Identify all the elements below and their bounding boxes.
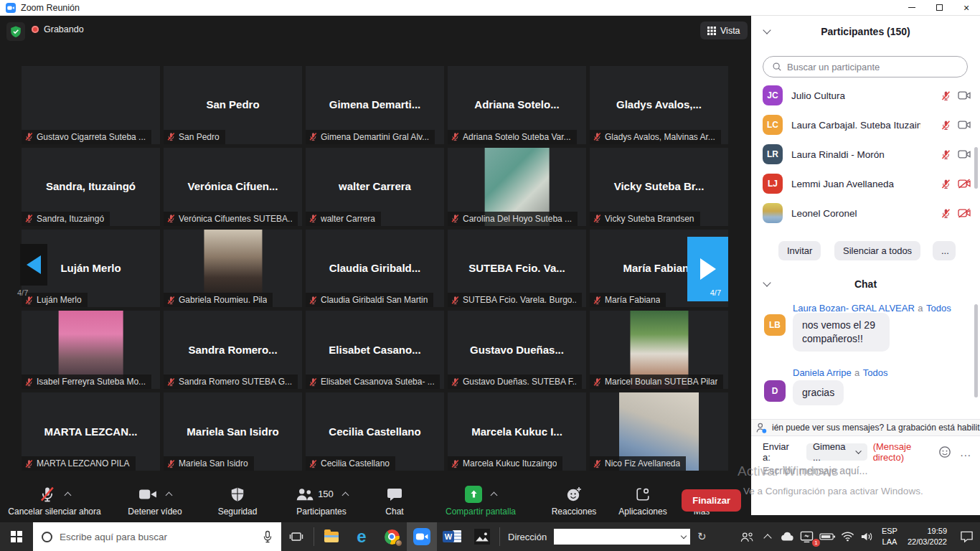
toolbar-label: Detener vídeo	[128, 507, 182, 517]
mic-off-icon	[593, 132, 602, 141]
avatar-photo	[763, 203, 783, 223]
reactions-button[interactable]: Reacciones	[541, 479, 607, 522]
file-explorer-button[interactable]	[316, 522, 347, 551]
task-view-button[interactable]	[281, 522, 311, 551]
photos-button[interactable]	[467, 522, 497, 551]
maximize-button[interactable]	[925, 0, 953, 16]
video-tile[interactable]: Nico Fiz Avellaneda	[590, 392, 728, 471]
edge-button[interactable]: e	[347, 522, 377, 551]
address-input[interactable]	[557, 532, 676, 542]
start-button[interactable]	[0, 522, 33, 551]
video-tile[interactable]: San PedroSan Pedro	[164, 66, 302, 144]
participant-row[interactable]: JC Julio Cultura	[763, 85, 971, 106]
view-button[interactable]: Vista	[700, 22, 748, 39]
close-button[interactable]: ×	[953, 0, 980, 16]
end-meeting-button[interactable]: Finalizar	[682, 489, 741, 512]
video-tile[interactable]: Vicky Suteba Br...Vicky Suteba Brandsen	[590, 148, 728, 226]
chrome-button[interactable]	[377, 522, 407, 551]
minimize-button[interactable]	[898, 0, 925, 16]
video-tile[interactable]: Adriana Sotelo...Adriana Sotelo Suteba V…	[448, 66, 586, 144]
participant-row[interactable]: LR Laura Rinaldi - Morón	[763, 143, 971, 165]
security-button[interactable]: Seguridad	[201, 479, 274, 522]
tray-chevron-up-icon[interactable]	[758, 522, 777, 551]
video-tile[interactable]: Sandra, ItuzaingóSandra, Ituzaingó	[22, 148, 160, 226]
taskbar-search-input[interactable]	[60, 532, 232, 542]
send-to-dropdown[interactable]: Gimena ...	[806, 443, 867, 461]
invite-button[interactable]: Invitar	[778, 241, 821, 260]
chat-recipient[interactable]: Todos	[863, 367, 888, 378]
video-tile[interactable]: Gladys Avalos,...Gladys Avalos, Malvinas…	[590, 66, 728, 144]
tile-nameplate: Cecilia Castellano	[306, 456, 395, 471]
word-button[interactable]: W	[437, 522, 467, 551]
participant-row[interactable]: LJ Lemmi Juan Avellaneda	[763, 173, 971, 194]
video-tile[interactable]: Claudia Giribald...Claudia Giribaldi San…	[306, 230, 444, 308]
person-privacy-icon	[755, 422, 768, 434]
apps-button[interactable]: Aplicaciones	[607, 479, 679, 522]
toolbar-label: Seguridad	[218, 507, 258, 517]
chat-sender[interactable]: Daniela Arripe	[793, 367, 852, 378]
chevron-up-icon[interactable]	[166, 492, 173, 499]
search-mic-icon[interactable]	[263, 530, 273, 543]
sync-display-icon[interactable]: 1	[797, 522, 817, 551]
mute-all-button[interactable]: Silenciar a todos	[834, 241, 920, 260]
video-tile[interactable]: Gustavo Cigarreta Suteba ...	[22, 66, 160, 144]
participant-search[interactable]	[763, 56, 968, 77]
participant-row[interactable]: LC Laura Carbajal. Suteba Ituzaingó	[763, 114, 971, 136]
taskbar-clock[interactable]: 19:5922/03/2022	[902, 526, 953, 547]
video-tile[interactable]: Gustavo Dueñas...Gustavo Dueñas. SUTEBA …	[448, 311, 586, 389]
participants-button[interactable]: 150 Participantes	[274, 479, 369, 522]
video-tile[interactable]: Sandra Romero...Sandra Romero SUTEBA G..…	[164, 311, 302, 389]
video-tile[interactable]: Mariela San IsidroMariela San Isidro	[164, 392, 302, 471]
video-tile[interactable]: walter Carrerawalter Carrera	[306, 148, 444, 226]
meeting-info-button[interactable]	[6, 22, 25, 41]
video-tile[interactable]: Elisabet Casano...Elisabet Casanova Sute…	[306, 311, 444, 389]
video-tile[interactable]: Isabel Ferreyra Suteba Mo...	[22, 311, 160, 389]
video-tile[interactable]: Gimena Demarti...Gimena Demartini Gral A…	[306, 66, 444, 144]
video-tile[interactable]: Verónica Cifuen...Verónica Cifuentes SUT…	[164, 148, 302, 226]
video-tile[interactable]: Maricel Boulan SUTEBA Pilar	[590, 311, 728, 389]
chevron-up-icon[interactable]	[341, 492, 349, 499]
chat-separator: a	[854, 367, 859, 378]
language-indicator[interactable]: ESPLAA	[877, 526, 902, 547]
contacts-button[interactable]	[735, 522, 758, 551]
video-tile[interactable]: Cecilia CastellanoCecilia Castellano	[306, 392, 444, 471]
taskbar-search[interactable]	[33, 522, 281, 551]
volume-icon[interactable]	[857, 522, 877, 551]
chevron-down-icon[interactable]	[681, 533, 687, 539]
video-tile[interactable]: SUTEBA Fcio. Va...SUTEBA Fcio. Varela. B…	[448, 230, 586, 308]
participants-scrollbar[interactable]	[974, 147, 978, 189]
mic-off-icon	[24, 132, 34, 141]
participant-row[interactable]: Leonel Coronel	[763, 202, 971, 224]
address-go-button[interactable]: ↻	[693, 528, 710, 545]
zoom-app-button[interactable]	[407, 522, 437, 551]
stop-video-button[interactable]: Detener vídeo	[109, 479, 201, 522]
action-center-button[interactable]	[953, 522, 980, 551]
prev-page-button[interactable]	[20, 244, 47, 286]
wifi-icon[interactable]	[839, 522, 857, 551]
address-bar[interactable]	[554, 529, 690, 545]
unmute-button[interactable]: Cancelar silenciar ahora	[0, 479, 109, 522]
video-camera-icon	[138, 487, 157, 501]
video-tile[interactable]: Marcela Kukuc I...Marcela Kukuc Ituzaing…	[448, 392, 586, 471]
chat-button[interactable]: Chat	[369, 479, 420, 522]
next-page-button[interactable]: 4/7	[687, 237, 728, 301]
mic-off-icon	[308, 459, 318, 468]
battery-icon[interactable]	[817, 522, 839, 551]
chat-more-icon[interactable]: ...	[960, 446, 971, 458]
chat-scrollbar[interactable]	[974, 304, 978, 397]
emoji-icon[interactable]	[938, 446, 951, 458]
share-screen-button[interactable]: Compartir pantalla	[420, 479, 541, 522]
participant-search-input[interactable]	[787, 62, 958, 72]
chevron-up-icon[interactable]	[65, 492, 72, 499]
participants-more-button[interactable]: ...	[933, 241, 956, 260]
chevron-up-icon[interactable]	[491, 492, 498, 499]
mic-off-icon	[941, 149, 951, 160]
action-center-icon	[960, 530, 974, 543]
video-tile[interactable]: MARTA LEZCAN...MARTA LEZCANO PILA	[22, 392, 160, 471]
onedrive-icon[interactable]	[777, 522, 797, 551]
video-tile[interactable]: Gabriela Roumieu. Pila	[164, 230, 302, 308]
chat-recipient[interactable]: Todos	[926, 303, 951, 314]
tile-name-label: Carolina Del Hoyo Suteba ...	[463, 214, 572, 224]
chat-sender[interactable]: Laura Bozan- GRAL ALVEAR	[793, 303, 915, 314]
video-tile[interactable]: Carolina Del Hoyo Suteba ...	[448, 148, 586, 226]
